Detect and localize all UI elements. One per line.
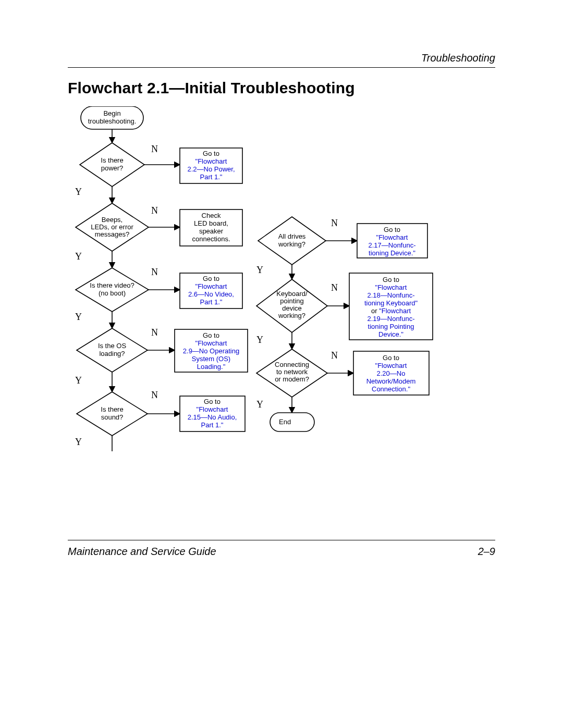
node-video: Is there video? (no boot) <box>76 268 149 312</box>
svg-text:Go to: Go to <box>384 226 400 233</box>
node-kbd: Keyboard/ pointing device working? <box>256 279 327 332</box>
edge-kbd-yes: Y <box>256 335 263 345</box>
node-net: Connecting to network or modem? <box>256 349 327 397</box>
edge-beeps-no: N <box>151 205 158 216</box>
svg-text:Go to: Go to <box>203 275 219 282</box>
svg-text:End: End <box>279 418 291 426</box>
edge-drives-yes: Y <box>256 265 263 275</box>
node-noos[interactable]: Go to "Flowchart 2.9—No Operating System… <box>175 329 248 372</box>
svg-text:"Flowchart: "Flowchart <box>195 339 227 347</box>
svg-text:device: device <box>282 304 302 312</box>
svg-text:Part 1.": Part 1." <box>201 421 224 429</box>
svg-text:Keyboard/: Keyboard/ <box>276 290 308 298</box>
footer-left: Maintenance and Service Guide <box>68 546 216 558</box>
svg-text:tioning Device.": tioning Device." <box>369 249 415 257</box>
svg-text:All drives: All drives <box>278 232 306 240</box>
node-begin: Begin troubleshooting. <box>81 106 143 129</box>
svg-text:troubleshooting.: troubleshooting. <box>88 117 137 125</box>
svg-text:Part 1.": Part 1." <box>200 298 223 306</box>
edge-net-no: N <box>331 350 338 361</box>
svg-text:working?: working? <box>278 240 305 248</box>
edge-kbd-no: N <box>331 282 338 293</box>
svg-text:speaker: speaker <box>199 227 224 235</box>
node-nomodem[interactable]: Go to "Flowchart 2.20—No Network/Modem C… <box>353 351 429 395</box>
edge-os-no: N <box>151 327 158 338</box>
edge-sound-yes: Y <box>75 437 82 447</box>
edge-os-yes: Y <box>75 375 82 386</box>
node-nfkbd[interactable]: Go to "Flowchart 2.18—Nonfunc- tioning K… <box>349 273 433 340</box>
svg-text:2.18—Nonfunc-: 2.18—Nonfunc- <box>367 291 414 299</box>
edge-power-yes: Y <box>75 187 82 197</box>
svg-text:or
        "Flowchart: or "Flowchart <box>371 307 411 315</box>
svg-text:sound?: sound? <box>101 413 124 421</box>
section-header: Troubleshooting <box>68 52 495 67</box>
node-drives: All drives working? <box>258 217 326 265</box>
svg-text:Go to: Go to <box>203 150 219 157</box>
flowchart-svg: Begin troubleshooting. Is there power? N… <box>68 106 454 534</box>
svg-text:Loading.": Loading." <box>197 363 226 371</box>
node-nfdev[interactable]: Go to "Flowchart 2.17—Nonfunc- tioning D… <box>357 224 427 258</box>
svg-text:Is there: Is there <box>101 405 123 413</box>
node-nopower[interactable]: Go to "Flowchart 2.2—No Power, Part 1." <box>180 148 242 183</box>
svg-text:Begin: Begin <box>103 109 120 117</box>
edge-drives-no: N <box>331 218 338 228</box>
svg-text:2.19—Nonfunc-: 2.19—Nonfunc- <box>367 315 414 323</box>
rule-top <box>68 67 495 68</box>
svg-text:Is the OS: Is the OS <box>98 342 127 350</box>
svg-text:tioning Keyboard": tioning Keyboard" <box>364 299 418 307</box>
node-beeps: Beeps, LEDs, or error messages? <box>76 203 149 251</box>
svg-text:"Flowchart: "Flowchart <box>375 362 407 369</box>
svg-text:Check: Check <box>202 212 221 219</box>
svg-text:"Flowchart: "Flowchart <box>195 282 227 290</box>
svg-text:Connection.": Connection." <box>372 385 410 393</box>
svg-text:(no boot): (no boot) <box>99 289 126 297</box>
edge-beeps-yes: Y <box>75 251 82 262</box>
svg-text:"Flowchart: "Flowchart <box>195 157 227 165</box>
svg-text:2.15—No Audio,: 2.15—No Audio, <box>188 413 237 421</box>
node-os: Is the OS loading? <box>77 328 148 372</box>
svg-text:2.6—No Video,: 2.6—No Video, <box>188 290 234 298</box>
svg-text:loading?: loading? <box>99 350 125 357</box>
svg-text:Is there video?: Is there video? <box>90 281 134 289</box>
svg-text:to network: to network <box>276 368 308 376</box>
page-container: Troubleshooting Flowchart 2.1—Initial Tr… <box>68 52 495 677</box>
svg-text:pointing: pointing <box>280 297 304 305</box>
svg-text:Go to: Go to <box>204 398 221 405</box>
svg-text:Connecting: Connecting <box>275 361 309 368</box>
svg-text:tioning Pointing: tioning Pointing <box>368 323 414 330</box>
node-checkled: Check LED board, speaker connections. <box>180 209 242 246</box>
node-power: Is there power? <box>80 143 144 187</box>
svg-text:"Flowchart: "Flowchart <box>197 405 228 413</box>
svg-text:System (OS): System (OS) <box>192 355 230 363</box>
svg-text:2.17—Nonfunc-: 2.17—Nonfunc- <box>368 241 415 249</box>
svg-rect-94 <box>270 413 314 431</box>
edge-power-no: N <box>151 144 158 154</box>
page-title: Flowchart 2.1—Initial Troubleshooting <box>68 79 495 97</box>
svg-text:2.2—No Power,: 2.2—No Power, <box>187 165 235 173</box>
svg-text:"Flowchart: "Flowchart <box>376 233 408 241</box>
svg-text:2.20—No: 2.20—No <box>377 369 406 377</box>
svg-text:Beeps,: Beeps, <box>102 216 123 224</box>
svg-text:messages?: messages? <box>95 230 129 238</box>
svg-text:"Flowchart: "Flowchart <box>375 283 407 291</box>
node-sound: Is there sound? <box>77 392 148 436</box>
rule-bottom: Maintenance and Service Guide 2–9 <box>68 540 495 558</box>
svg-text:2.9—No Operating: 2.9—No Operating <box>183 347 239 355</box>
svg-text:Network/Modem: Network/Modem <box>366 377 416 385</box>
svg-text:or modem?: or modem? <box>275 375 309 383</box>
svg-text:Go to: Go to <box>203 331 219 339</box>
svg-text:LEDs, or error: LEDs, or error <box>91 223 133 231</box>
svg-text:Part 1.": Part 1." <box>200 173 223 181</box>
edge-video-no: N <box>151 267 158 277</box>
node-noaudio[interactable]: Go to "Flowchart 2.15—No Audio, Part 1." <box>180 396 245 431</box>
svg-text:Go to: Go to <box>383 276 399 283</box>
svg-text:connections.: connections. <box>192 235 230 243</box>
node-end: End <box>270 413 314 431</box>
edge-sound-no: N <box>151 390 158 400</box>
svg-text:LED board,: LED board, <box>194 219 228 227</box>
node-novideo[interactable]: Go to "Flowchart 2.6—No Video, Part 1." <box>180 273 242 309</box>
svg-text:Device.": Device." <box>378 330 403 338</box>
edge-video-yes: Y <box>75 312 82 322</box>
footer-right: 2–9 <box>478 546 495 558</box>
edge-net-yes: Y <box>256 399 263 410</box>
